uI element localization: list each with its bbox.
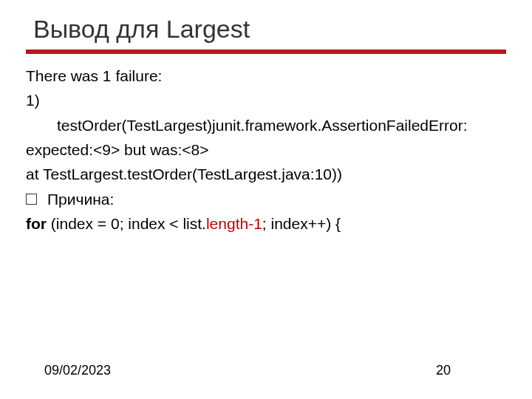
code-part2: ; index++) { <box>262 215 341 232</box>
reason-label: Причина: <box>47 189 114 210</box>
failure-header: There was 1 failure: <box>26 66 506 86</box>
title-underline <box>26 50 506 54</box>
footer-page-number: 20 <box>436 363 488 378</box>
reason-row: Причина: <box>26 189 506 210</box>
code-part1: (index = 0; index < list. <box>47 215 206 232</box>
code-line: for (index = 0; index < list.length-1; i… <box>26 214 506 234</box>
square-bullet-icon <box>26 194 37 205</box>
slide: Вывод для Largest There was 1 failure: 1… <box>0 0 532 399</box>
failure-detail: testOrder(TestLargest)junit.framework.As… <box>26 115 506 136</box>
slide-content: There was 1 failure: 1) testOrder(TestLa… <box>26 66 506 234</box>
expected-line: expected:<9> but was:<8> <box>26 140 506 160</box>
slide-footer: 09/02/2023 20 <box>0 363 532 378</box>
stack-line: at TestLargest.testOrder(TestLargest.jav… <box>26 164 506 185</box>
list-number: 1) <box>26 90 506 111</box>
keyword-for: for <box>26 215 47 232</box>
code-highlight: length-1 <box>206 215 262 232</box>
slide-title: Вывод для Largest <box>26 15 506 50</box>
footer-date: 09/02/2023 <box>44 363 111 378</box>
